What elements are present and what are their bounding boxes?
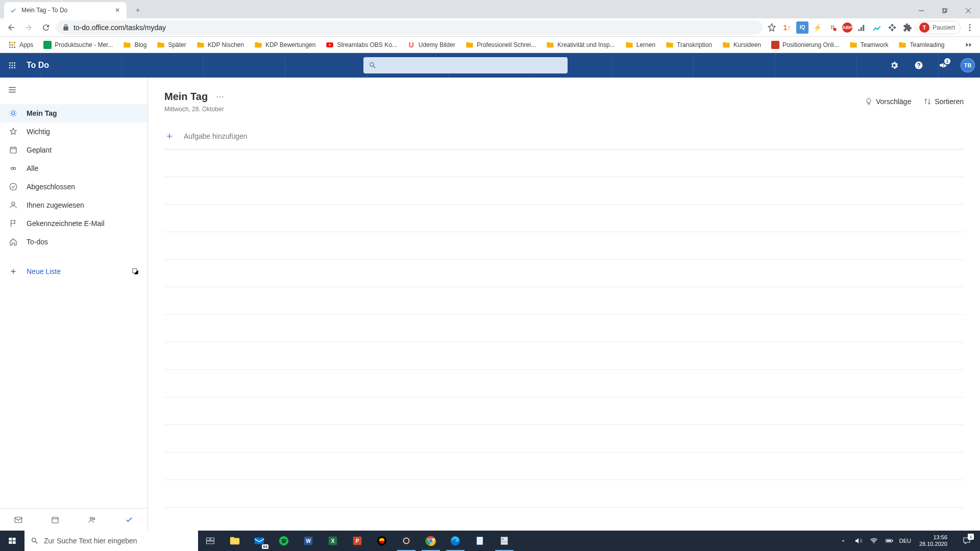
home-icon bbox=[8, 237, 18, 247]
close-tab-icon[interactable]: ✕ bbox=[113, 6, 121, 14]
mail-app-button[interactable] bbox=[0, 509, 37, 531]
bookmark-label: Udemy Bilder bbox=[419, 41, 455, 48]
language-indicator[interactable]: DEU bbox=[899, 538, 911, 544]
extensions-menu-icon[interactable] bbox=[901, 21, 914, 34]
sort-button[interactable]: Sortieren bbox=[923, 97, 964, 106]
extension-icon[interactable]: ABP bbox=[842, 22, 852, 33]
extension-icon[interactable] bbox=[886, 21, 898, 34]
bookmark-label: Blog bbox=[134, 41, 146, 48]
sidebar-item-mein-tag[interactable]: Mein Tag bbox=[0, 104, 148, 122]
todo-app-button[interactable] bbox=[111, 509, 148, 531]
bookmark-item[interactable]: Kursideen bbox=[718, 39, 765, 51]
word-button[interactable]: W bbox=[296, 531, 321, 551]
settings-button[interactable] bbox=[882, 53, 906, 78]
bookmark-item[interactable]: Lernen bbox=[621, 39, 659, 51]
extension-icon[interactable]: ⚡ bbox=[812, 21, 824, 34]
svg-rect-13 bbox=[12, 46, 13, 48]
chrome-button[interactable] bbox=[419, 531, 443, 551]
close-window-button[interactable] bbox=[957, 3, 980, 18]
powerpoint-button[interactable]: P bbox=[345, 531, 370, 551]
start-button[interactable] bbox=[0, 531, 24, 551]
sidebar-item-abgeschlossen[interactable]: Abgeschlossen bbox=[0, 178, 148, 196]
task-view-button[interactable] bbox=[198, 531, 223, 551]
spotify-button[interactable] bbox=[272, 531, 296, 551]
sidebar-item-flagged-email[interactable]: Gekennzeichnete E-Mail bbox=[0, 214, 148, 233]
volume-icon[interactable] bbox=[853, 536, 864, 546]
search-input[interactable] bbox=[381, 61, 562, 69]
profile-button[interactable]: T Pausiert bbox=[917, 21, 961, 34]
sidebar-item-todos[interactable]: To-dos bbox=[0, 233, 148, 251]
search-box[interactable] bbox=[363, 57, 568, 73]
extension-icon[interactable]: IQ bbox=[796, 21, 808, 34]
obs-button[interactable] bbox=[394, 531, 419, 551]
people-app-button[interactable] bbox=[74, 509, 111, 531]
bookmark-item[interactable]: Teamleading bbox=[894, 39, 948, 51]
flag-icon bbox=[8, 218, 18, 229]
sidebar-item-label: Abgeschlossen bbox=[27, 183, 75, 191]
maximize-button[interactable] bbox=[933, 3, 957, 18]
sidebar-toggle-button[interactable] bbox=[0, 78, 24, 102]
action-center-button[interactable]: 1 bbox=[955, 531, 978, 551]
bookmark-item[interactable]: Professionell Schrei... bbox=[461, 39, 540, 51]
excel-button[interactable]: X bbox=[321, 531, 345, 551]
bookmark-item[interactable]: Kreativität und Insp... bbox=[542, 39, 619, 51]
suggestions-button[interactable]: Vorschläge bbox=[865, 97, 911, 106]
app-launcher-button[interactable] bbox=[0, 53, 24, 78]
mail-app-button[interactable]: 94 bbox=[247, 531, 272, 551]
file-explorer-button[interactable] bbox=[223, 531, 247, 551]
browser-tab[interactable]: Mein Tag - To Do ✕ bbox=[4, 2, 127, 18]
svg-point-27 bbox=[10, 183, 17, 190]
bookmark-item[interactable]: KDP Bewertungen bbox=[250, 39, 320, 51]
forward-button[interactable] bbox=[21, 20, 36, 35]
bookmark-item[interactable]: Produktsuche - Mer... bbox=[39, 39, 117, 51]
wifi-icon[interactable] bbox=[869, 536, 879, 546]
account-button[interactable]: TB bbox=[955, 53, 980, 78]
back-button[interactable] bbox=[4, 20, 18, 35]
bookmark-item[interactable]: Teamwork bbox=[845, 39, 893, 51]
address-bar[interactable]: to-do.office.com/tasks/myday bbox=[56, 20, 763, 35]
bookmark-item[interactable]: Blog bbox=[119, 39, 151, 51]
list-options-button[interactable]: ⋯ bbox=[214, 90, 226, 104]
extension-icon[interactable] bbox=[871, 21, 883, 34]
apps-shortcut[interactable]: Apps bbox=[4, 39, 37, 51]
new-list-button[interactable]: Neue Liste bbox=[0, 259, 148, 284]
chrome-menu-icon[interactable] bbox=[964, 21, 976, 34]
clock[interactable]: 13:56 28.10.2020 bbox=[916, 534, 950, 547]
megaphone-button[interactable]: 1 bbox=[931, 53, 955, 78]
minimize-button[interactable] bbox=[910, 3, 933, 18]
app-button[interactable] bbox=[370, 531, 394, 551]
bookmarks-overflow-icon[interactable] bbox=[962, 41, 976, 48]
svg-rect-7 bbox=[12, 42, 13, 43]
new-tab-button[interactable] bbox=[131, 3, 145, 17]
bookmark-label: Teamleading bbox=[910, 41, 944, 48]
extension-icon[interactable]: 1↑ bbox=[781, 21, 793, 34]
tray-chevron-icon[interactable] bbox=[838, 536, 848, 546]
notepad-button[interactable] bbox=[468, 531, 492, 551]
sidebar-item-zugewiesen[interactable]: Ihnen zugewiesen bbox=[0, 196, 148, 214]
add-task-input[interactable]: Aufgabe hinzufügen bbox=[164, 123, 964, 149]
bookmark-item[interactable]: Transkription bbox=[662, 39, 716, 51]
reload-button[interactable] bbox=[39, 20, 53, 35]
battery-icon[interactable] bbox=[884, 536, 894, 546]
app-button[interactable] bbox=[492, 531, 517, 551]
taskbar-search[interactable]: Zur Suche Text hier eingeben bbox=[24, 531, 198, 551]
extension-icon[interactable] bbox=[855, 21, 868, 34]
extension-icon[interactable] bbox=[827, 21, 839, 34]
help-button[interactable] bbox=[906, 53, 931, 78]
bookmark-item[interactable]: UUdemy Bilder bbox=[403, 39, 459, 51]
sidebar-item-wichtig[interactable]: Wichtig bbox=[0, 122, 148, 141]
sidebar-item-geplant[interactable]: Geplant bbox=[0, 141, 148, 159]
bookmark-item[interactable]: Später bbox=[153, 39, 190, 51]
star-bookmark-icon[interactable] bbox=[766, 21, 778, 34]
svg-rect-39 bbox=[211, 538, 214, 540]
task-placeholder-row bbox=[164, 315, 964, 342]
sort-icon bbox=[923, 97, 932, 106]
bookmark-item[interactable]: KDP Nischen bbox=[192, 39, 248, 51]
sidebar-item-alle[interactable]: Alle bbox=[0, 159, 148, 178]
bookmark-item[interactable]: Positionierung Onli... bbox=[767, 39, 843, 51]
calendar-app-button[interactable] bbox=[37, 509, 74, 531]
bookmark-item[interactable]: Streamlabs OBS Ko... bbox=[322, 39, 401, 51]
svg-point-22 bbox=[9, 67, 11, 68]
edge-button[interactable] bbox=[443, 531, 468, 551]
new-group-button[interactable] bbox=[127, 263, 143, 280]
